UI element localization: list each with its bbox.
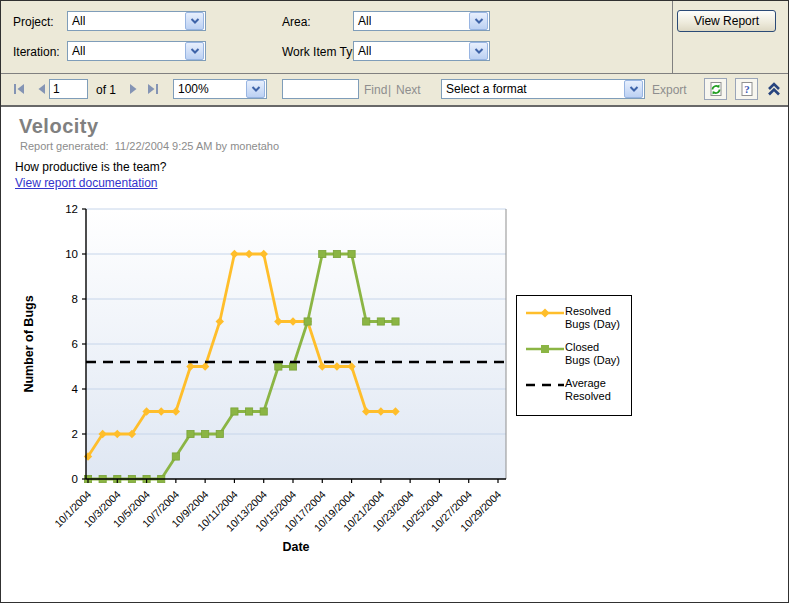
data-point: [333, 250, 340, 257]
page-number-input[interactable]: [49, 79, 88, 99]
legend-item-closed: Closed Bugs (Day): [525, 341, 625, 367]
data-point: [260, 408, 267, 415]
previous-page-icon[interactable]: [33, 81, 49, 97]
chevron-down-icon[interactable]: [469, 42, 488, 60]
legend-label: Average Resolved: [565, 377, 625, 403]
y-tick-label: 0: [72, 473, 78, 485]
chevron-down-icon[interactable]: [185, 12, 204, 30]
first-page-icon[interactable]: [11, 81, 27, 97]
export-format-dropdown[interactable]: Select a format: [441, 79, 645, 99]
data-point: [275, 363, 282, 370]
project-label: Project:: [13, 15, 54, 29]
legend-item-resolved: Resolved Bugs (Day): [525, 305, 625, 331]
help-button[interactable]: ?: [735, 78, 758, 100]
refresh-button[interactable]: [704, 78, 727, 100]
data-point: [363, 318, 370, 325]
resolved-series-swatch-icon: [525, 306, 565, 320]
legend-label: Closed Bugs (Day): [565, 341, 625, 367]
y-axis-title: Number of Bugs: [22, 295, 36, 392]
project-dropdown[interactable]: All: [67, 11, 206, 31]
last-page-icon[interactable]: [145, 81, 161, 97]
area-dropdown[interactable]: All: [353, 11, 490, 31]
y-tick-label: 10: [65, 248, 78, 260]
find-link[interactable]: Find: [364, 83, 387, 97]
project-dropdown-value: All: [68, 14, 85, 28]
report-toolbar: of 1 100% Find | Next Select a format Ex…: [1, 74, 788, 107]
find-text-input[interactable]: [282, 79, 359, 99]
work-item-type-dropdown[interactable]: All: [353, 41, 490, 61]
data-point: [245, 408, 252, 415]
report-viewer-window: Project: All Iteration: All Area: All Wo…: [0, 0, 789, 603]
legend-label: Resolved Bugs (Day): [565, 305, 625, 331]
chart-legend: Resolved Bugs (Day) Closed Bugs (Day) Av…: [516, 295, 632, 416]
data-point: [231, 408, 238, 415]
svg-text:?: ?: [744, 83, 750, 95]
closed-series-swatch-icon: [525, 342, 565, 356]
zoom-dropdown-value: 100%: [174, 82, 209, 96]
help-icon: ?: [738, 81, 756, 98]
report-generated-text: Report generated: 11/22/2004 9:25 AM by …: [20, 140, 279, 152]
page-count-label: of 1: [96, 83, 116, 97]
data-point: [187, 430, 194, 437]
velocity-chart-container: 02468101210/1/200410/3/200410/5/200410/7…: [19, 199, 659, 569]
view-report-documentation-link[interactable]: View report documentation: [15, 176, 158, 190]
x-axis-title: Date: [282, 540, 309, 554]
next-page-icon[interactable]: [126, 81, 142, 97]
legend-item-average: Average Resolved: [525, 377, 625, 403]
iteration-dropdown-value: All: [68, 44, 85, 58]
zoom-dropdown[interactable]: 100%: [173, 79, 267, 99]
data-point: [348, 250, 355, 257]
iteration-label: Iteration:: [13, 45, 60, 59]
data-point: [216, 430, 223, 437]
find-next-separator: |: [388, 83, 391, 97]
filter-panel-divider: [672, 1, 673, 73]
data-point: [377, 318, 384, 325]
export-format-dropdown-value: Select a format: [442, 82, 527, 96]
average-line-swatch-icon: [525, 378, 565, 392]
filter-panel: Project: All Iteration: All Area: All Wo…: [1, 1, 788, 74]
data-point: [202, 430, 209, 437]
chevron-down-icon[interactable]: [624, 80, 643, 98]
y-tick-label: 2: [72, 428, 78, 440]
chevron-down-icon[interactable]: [246, 80, 265, 98]
next-link[interactable]: Next: [396, 83, 421, 97]
y-tick-label: 4: [72, 383, 79, 395]
report-body: Velocity Report generated: 11/22/2004 9:…: [1, 107, 788, 603]
area-dropdown-value: All: [354, 14, 371, 28]
data-point: [304, 318, 311, 325]
y-tick-label: 12: [65, 203, 78, 215]
data-point: [392, 318, 399, 325]
view-report-button[interactable]: View Report: [677, 10, 776, 32]
work-item-type-dropdown-value: All: [354, 44, 371, 58]
refresh-icon: [707, 81, 725, 98]
y-tick-label: 8: [72, 293, 78, 305]
y-tick-label: 6: [72, 338, 78, 350]
iteration-dropdown[interactable]: All: [67, 41, 206, 61]
chevron-down-icon[interactable]: [185, 42, 204, 60]
export-link[interactable]: Export: [652, 83, 687, 97]
data-point: [172, 453, 179, 460]
data-point: [319, 250, 326, 257]
data-point: [289, 363, 296, 370]
area-label: Area:: [282, 15, 311, 29]
collapse-toolbar-icon[interactable]: [765, 81, 783, 97]
chevron-down-icon[interactable]: [469, 12, 488, 30]
report-question: How productive is the team?: [15, 160, 166, 174]
report-title: Velocity: [19, 115, 99, 138]
